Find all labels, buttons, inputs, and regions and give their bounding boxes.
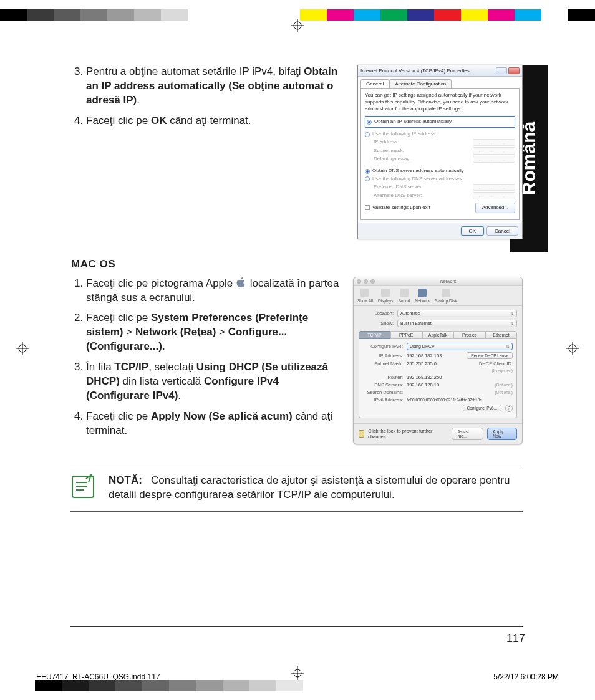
lock-text: Click the lock to prevent further change… [368,428,444,439]
registration-mark-right [566,342,579,355]
configure-ipv6-button: Configure IPv6... [463,405,501,411]
help-icon: ? [505,405,513,412]
win-cancel-button: Cancel [486,226,518,236]
win-tab-general: General [360,79,389,88]
win-advanced-button: Advanced... [475,203,515,213]
mac-tab: AppleTalk [422,331,454,339]
apple-icon [236,277,247,288]
chevron-updown-icon: ⇅ [506,344,510,349]
win-radio-auto-ip: Obtain an IP address automatically [374,118,452,125]
mac-traffic-icon [364,279,368,284]
step-item: Faceţi clic pe Apply Now (Se aplică acum… [86,410,339,438]
assist-button: Assist me... [452,428,483,440]
win-radio-use-ip: Use the following IP address: [372,131,437,138]
steps-section-2: Faceţi clic pe pictograma Apple localiza… [70,277,339,438]
win-label-ip: IP address: [374,139,399,146]
lock-icon [359,430,364,438]
registration-mark-left [16,342,29,355]
win-ok-button: OK [461,226,485,236]
bottom-grad-strip [0,680,595,691]
radio-icon [365,132,370,137]
chevron-updown-icon: ⇅ [510,321,514,326]
step-item: Faceţi clic pe pictograma Apple localiza… [86,277,339,305]
note-box: NOTĂ: Consultaţi caracteristica de ajuto… [70,466,523,512]
showall-icon [360,289,369,297]
startup-icon [442,289,450,297]
page-number: 117 [506,632,525,645]
mac-network-dialog: Network Show All Displays Sound Network … [353,277,523,444]
win-tab-alternate: Alternate Configuration [389,79,452,88]
step-item: Faceţi clic pe OK când aţi terminat. [86,114,344,128]
mac-tab: Proxies [453,331,485,339]
chevron-updown-icon: ⇅ [510,311,514,316]
page-content: Pentru a obţine automat setările IP iPv4… [70,65,523,512]
radio-icon [365,169,370,174]
network-icon [418,289,427,297]
win-label-pdns: Preferred DNS server: [374,184,423,191]
radio-icon [367,120,372,125]
mac-traffic-icon [370,279,375,284]
win-title: Internet Protocol Version 4 (TCP/IPv4) P… [360,68,470,74]
mac-tab: TCP/IP [359,331,390,339]
win-help-icon [496,67,507,74]
radio-icon [365,176,370,181]
note-text: Consultaţi caracteristica de ajutor şi a… [109,474,510,501]
win-validate: Validate settings upon exit [372,204,430,211]
registration-mark-top [291,19,304,32]
win-close-icon [508,67,520,74]
footer-rule [70,626,523,627]
steps-section-1: Pentru a obţine automat setările IP iPv4… [70,65,344,128]
checkbox-icon [365,205,370,210]
win-radio-auto-dns: Obtain DNS server address automatically [372,168,464,175]
displays-icon [381,289,390,297]
win-radio-use-dns: Use the following DNS server addresses: [372,176,463,183]
step-item: În fila TCP/IP, selectaţi Using DHCP (Se… [86,360,339,403]
renew-lease-button: Renew DHCP Lease [467,352,513,359]
win-label-adns: Alternate DNS server: [374,193,422,199]
mac-tab: PPPoE [390,331,422,339]
macos-heading: MAC OS [71,258,523,271]
win-label-gateway: Default gateway: [374,156,411,163]
win-desc: You can get IP settings assigned automat… [365,92,515,112]
mac-tab: Ethernet [485,331,517,339]
mac-title: Network [377,279,519,284]
windows-ipv4-dialog: Internet Protocol Version 4 (TCP/IPv4) P… [357,65,523,239]
mac-traffic-icon [357,279,361,284]
note-label: NOTĂ: [109,474,142,486]
step-item: Pentru a obţine automat setările IP iPv4… [86,65,344,108]
win-label-subnet: Subnet mask: [374,148,404,155]
apply-now-button: Apply Now [487,428,517,440]
step-item: Faceţi clic pe System Preferences (Prefe… [86,311,339,354]
sound-icon [400,289,409,297]
note-icon [70,474,96,500]
